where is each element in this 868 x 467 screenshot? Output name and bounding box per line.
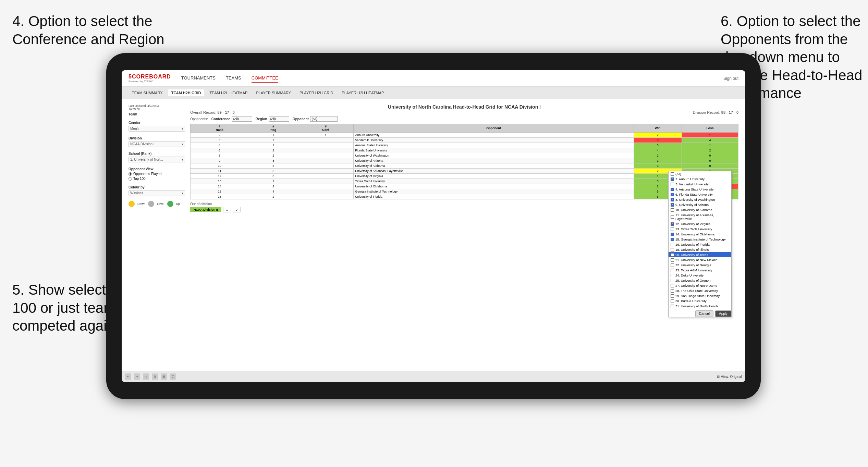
dropdown-checkbox: [671, 263, 674, 267]
dropdown-item[interactable]: 3. Vanderbilt University: [669, 182, 731, 187]
cell-rag: 1: [249, 179, 298, 184]
dropdown-item[interactable]: 20. University of Texas: [669, 252, 731, 257]
opponent-filter[interactable]: Opponent (All): [293, 116, 338, 122]
toolbar-back[interactable]: ◁: [143, 373, 149, 380]
conference-select[interactable]: (All): [232, 116, 252, 122]
dropdown-item[interactable]: 29. San Diego State University: [669, 293, 731, 298]
dropdown-item[interactable]: 30. Purdue University: [669, 298, 731, 304]
sub-nav-player-summary[interactable]: PLAYER SUMMARY: [253, 89, 294, 96]
dropdown-item-label: 16. University of Florida: [675, 243, 710, 246]
sub-nav-h2h-grid[interactable]: TEAM H2H GRID: [168, 89, 205, 96]
cell-rag: 1: [249, 143, 298, 148]
toolbar-copy[interactable]: ⧉: [152, 373, 158, 380]
dropdown-checkbox: ✓: [671, 222, 674, 226]
table-row: 10 5 University of Alabama 3 0: [191, 163, 738, 169]
dropdown-item[interactable]: 27. University of Notre Dame: [669, 283, 731, 288]
cell-rank: 15: [191, 189, 249, 194]
dropdown-item[interactable]: 24. Duke University: [669, 273, 731, 278]
cell-conf: [298, 194, 353, 199]
dropdown-item[interactable]: 10. University of Alabama: [669, 207, 731, 212]
team-section: Team: [129, 112, 185, 116]
region-select[interactable]: (All): [269, 116, 289, 122]
cell-rank: 9: [191, 158, 249, 163]
school-select[interactable]: 1. University of Nort...: [129, 157, 185, 162]
opponent-select[interactable]: (All): [310, 116, 338, 122]
dropdown-item[interactable]: (All): [669, 171, 731, 176]
radio-top100[interactable]: Top 100: [129, 177, 185, 181]
col-loss: Loss: [682, 124, 738, 133]
dropdown-item[interactable]: ✓12. University of Virginia: [669, 221, 731, 226]
cell-opponent: Texas Tech University: [354, 179, 634, 184]
dropdown-item[interactable]: 23. Texas A&M University: [669, 268, 731, 273]
table-row: 11 6 University of Arkansas, Fayettevill…: [191, 169, 738, 174]
colour-select[interactable]: Win/loss: [129, 190, 185, 196]
cancel-button[interactable]: Cancel: [695, 310, 713, 317]
apply-button[interactable]: Apply: [715, 310, 731, 317]
cell-opponent: University of Alabama: [354, 163, 634, 169]
sub-nav-h2h-heatmap[interactable]: TEAM H2H HEATMAP: [206, 89, 251, 96]
cell-rag: 4: [249, 189, 298, 194]
dropdown-checkbox: [671, 258, 674, 262]
tablet-device: 5COREBOARD Powered by ATP360 TOURNAMENTS…: [106, 53, 761, 399]
division-select[interactable]: NCAA Division I: [129, 141, 185, 147]
dropdown-item[interactable]: ✓4. Arizona State University: [669, 187, 731, 192]
dropdown-item-label: 21. University of New Mexico: [675, 258, 717, 262]
sub-nav-team-summary[interactable]: TEAM SUMMARY: [129, 89, 166, 96]
dropdown-checkbox: [671, 284, 674, 287]
cell-opponent: Auburn University: [354, 133, 634, 138]
opponents-label: Opponents:: [190, 117, 208, 121]
dropdown-item-label: 15. Georgia Institute of Technology: [675, 237, 726, 241]
dropdown-item-label: 22. University of Georgia: [675, 263, 711, 267]
dropdown-item[interactable]: 11. University of Arkansas, Fayetteville: [669, 212, 731, 221]
dropdown-item[interactable]: ✓2. Auburn University: [669, 176, 731, 182]
dropdown-item[interactable]: ✓9. University of Arizona: [669, 202, 731, 207]
dropdown-checkbox: ✓: [671, 193, 674, 196]
h2h-table: #Rank #Rag #Conf Opponent Win Loss 2 1 1…: [190, 124, 738, 199]
legend-up: [167, 201, 173, 207]
dropdown-item[interactable]: ✓6. Florida State University: [669, 192, 731, 197]
col-conf: #Conf: [298, 124, 353, 133]
nav-signout[interactable]: Sign out: [723, 76, 738, 81]
cell-conf: [298, 163, 353, 169]
dropdown-item[interactable]: 22. University of Georgia: [669, 262, 731, 268]
dropdown-item-label: 4. Arizona State University: [675, 187, 713, 191]
dropdown-item[interactable]: ✓14. University of Oklahoma: [669, 232, 731, 237]
dropdown-item[interactable]: 21. University of New Mexico: [669, 257, 731, 262]
cell-conf: [298, 158, 353, 163]
dropdown-item[interactable]: 16. University of Florida: [669, 242, 731, 247]
cell-opponent: University of Virginia: [354, 174, 634, 179]
conference-filter[interactable]: Conference (All): [211, 116, 252, 122]
cell-conf: [298, 179, 353, 184]
sub-nav-player-heatmap[interactable]: PLAYER H2H HEATMAP: [338, 89, 387, 96]
nav-teams[interactable]: TEAMS: [226, 74, 241, 83]
dropdown-item[interactable]: 28. The Ohio State University: [669, 288, 731, 293]
dropdown-item[interactable]: 18. University of Illinois: [669, 247, 731, 252]
dropdown-item[interactable]: ✓15. Georgia Institute of Technology: [669, 237, 731, 242]
toolbar-paste[interactable]: ⊞: [161, 373, 167, 380]
sub-nav-player-h2h-grid[interactable]: PLAYER H2H GRID: [296, 89, 337, 96]
team-label: Team: [129, 112, 185, 116]
col-opponent: Opponent: [354, 124, 634, 133]
colour-legend: Down Level Up: [129, 201, 185, 207]
cell-conf: [298, 138, 353, 143]
opponent-dropdown[interactable]: (All)✓2. Auburn University3. Vanderbilt …: [668, 171, 732, 317]
radio-opponents-played[interactable]: Opponents Played: [129, 172, 185, 176]
dropdown-item[interactable]: 13. Texas Tech University: [669, 226, 731, 232]
gender-select[interactable]: Men's: [129, 126, 185, 132]
toolbar-undo[interactable]: ↩: [125, 373, 131, 380]
dropdown-item[interactable]: ✓8. University of Washington: [669, 197, 731, 202]
cell-win: 0: [634, 138, 682, 143]
dropdown-item[interactable]: 25. University of Oregon: [669, 278, 731, 283]
dropdown-checkbox: [671, 269, 674, 272]
conference-filter-label: Conference: [211, 117, 230, 121]
region-filter[interactable]: Region (All): [256, 116, 289, 122]
nav-tournaments[interactable]: TOURNAMENTS: [181, 74, 216, 83]
dropdown-item[interactable]: 31. University of North Florida: [669, 304, 731, 309]
nav-committee[interactable]: COMMITTEE: [252, 74, 278, 83]
legend-level-label: Level: [157, 202, 164, 206]
colour-label: Colour by: [129, 185, 185, 189]
toolbar-redo[interactable]: ↪: [134, 373, 140, 380]
dropdown-item-label: 2. Auburn University: [675, 177, 705, 181]
toolbar-clock[interactable]: ⏱: [170, 373, 176, 380]
cell-loss: 0: [682, 158, 738, 163]
